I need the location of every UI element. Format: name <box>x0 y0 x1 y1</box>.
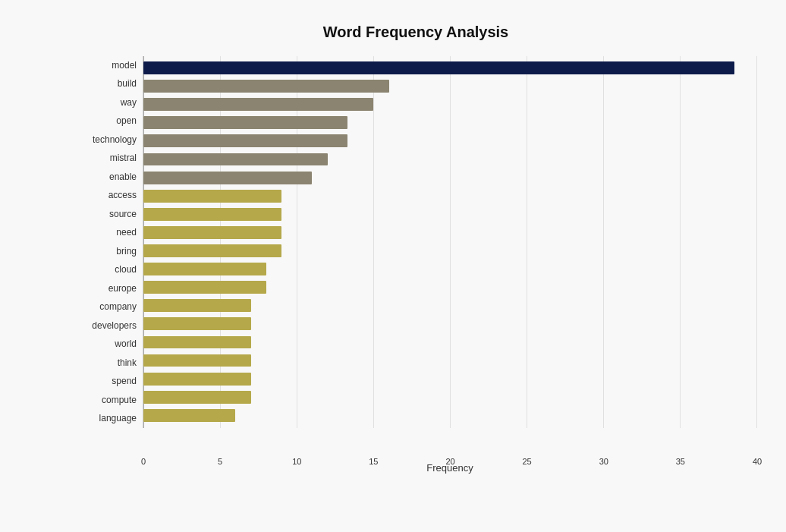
x-axis-label: Frequency <box>143 462 757 474</box>
bars-wrapper <box>143 56 757 428</box>
bar <box>143 226 281 239</box>
bar <box>143 134 347 147</box>
bar <box>143 263 266 275</box>
bar <box>143 190 281 203</box>
y-label: enable <box>74 172 137 181</box>
x-axis-label-wrapper: Frequency <box>143 428 757 474</box>
bar-row <box>143 187 757 205</box>
bar <box>143 172 312 184</box>
bar <box>143 80 389 93</box>
bar-row <box>143 132 757 150</box>
bar-row <box>143 315 757 333</box>
y-label: technology <box>74 135 137 144</box>
bar <box>143 98 373 111</box>
chart-title: Word Frequency Analysis <box>74 24 757 41</box>
bar <box>143 373 251 386</box>
bar <box>143 317 251 330</box>
y-label: source <box>74 209 137 219</box>
bar-row <box>143 77 757 96</box>
bar-row <box>143 351 757 370</box>
plot-area: 0510152025303540 <box>143 56 757 428</box>
bar-row <box>143 168 757 187</box>
bar-row <box>143 370 757 388</box>
bar <box>143 61 734 74</box>
y-label: way <box>74 98 137 107</box>
y-label: europe <box>74 284 137 293</box>
bar <box>143 281 266 294</box>
y-label: access <box>74 190 137 200</box>
y-label: language <box>74 414 137 423</box>
bar-row <box>143 205 757 223</box>
y-label: world <box>74 339 137 348</box>
bar-row <box>143 150 757 168</box>
y-label: bring <box>74 247 137 256</box>
y-label: open <box>74 116 137 125</box>
bar <box>143 244 281 257</box>
y-label: company <box>74 302 137 311</box>
bar-row <box>143 223 757 241</box>
bar <box>143 299 251 312</box>
bar <box>143 391 251 404</box>
bar-row <box>143 96 757 114</box>
bar <box>143 336 251 349</box>
y-label: compute <box>74 395 137 405</box>
bar <box>143 153 328 166</box>
y-label: think <box>74 358 137 367</box>
y-label: build <box>74 79 137 88</box>
y-label: spend <box>74 376 137 386</box>
bar-row <box>143 241 757 260</box>
y-axis: modelbuildwayopentechnologymistralenable… <box>74 56 143 428</box>
bar-row <box>143 297 757 315</box>
bar-row <box>143 59 757 77</box>
bar <box>143 409 235 422</box>
bar-row <box>143 388 757 406</box>
chart-area: modelbuildwayopentechnologymistralenable… <box>74 56 757 428</box>
y-label: mistral <box>74 153 137 162</box>
chart-container: Word Frequency Analysis modelbuildwayope… <box>14 8 772 524</box>
bar-row <box>143 279 757 297</box>
y-label: developers <box>74 321 137 330</box>
bar-row <box>143 260 757 279</box>
bar <box>143 354 251 367</box>
y-label: need <box>74 228 137 237</box>
bar-row <box>143 114 757 132</box>
bar-row <box>143 333 757 351</box>
y-label: model <box>74 61 137 70</box>
y-label: cloud <box>74 265 137 274</box>
bar <box>143 208 281 221</box>
bar-row <box>143 406 757 424</box>
bar <box>143 116 347 129</box>
